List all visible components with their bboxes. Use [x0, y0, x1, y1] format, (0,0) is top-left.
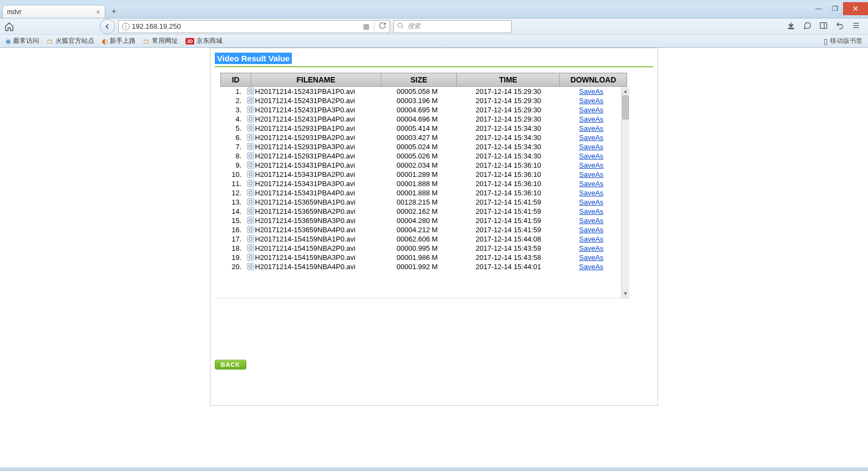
cell-download: SaveAs: [561, 124, 622, 133]
site-info-icon[interactable]: i: [122, 23, 130, 30]
cell-size: 00002.034 M: [379, 161, 456, 170]
cell-filename: H20171214-153431PBA2P0.avi: [246, 170, 379, 179]
save-as-link[interactable]: SaveAs: [579, 106, 604, 114]
save-as-link[interactable]: SaveAs: [579, 217, 604, 225]
tab-title: mdvr: [7, 8, 93, 16]
cell-time: 2017-12-14 15:36:10: [456, 161, 561, 170]
table-row: 7.H20171214-152931PBA3P0.avi00005.024 M2…: [215, 142, 622, 151]
cell-size: 00003.196 M: [379, 96, 456, 105]
cell-size: 00004.212 M: [379, 225, 456, 234]
downloads-icon[interactable]: [787, 21, 795, 32]
cell-time: 2017-12-14 15:41:59: [456, 216, 561, 225]
bookmark-common-sites[interactable]: 🗀 常用网址: [143, 36, 178, 46]
cell-time: 2017-12-14 15:29:30: [456, 105, 561, 114]
cell-download: SaveAs: [561, 151, 622, 161]
cell-size: 00004.280 M: [379, 216, 456, 225]
save-as-link[interactable]: SaveAs: [579, 189, 604, 197]
bookmarks-bar: ◉ 最常访问 🗀 火狐官方站点 ◐ 新手上路 🗀 常用网址 JD 京东商城 ▯ …: [0, 35, 868, 48]
undo-icon[interactable]: [835, 21, 844, 32]
save-as-link[interactable]: SaveAs: [579, 235, 604, 243]
video-file-icon: [247, 115, 254, 123]
scroll-up-icon[interactable]: ▲: [622, 87, 629, 96]
cell-time: 2017-12-14 15:43:58: [456, 253, 561, 262]
save-as-link[interactable]: SaveAs: [579, 143, 604, 151]
table-row: 20.H20171214-154159NBA4P0.avi00001.992 M…: [215, 262, 622, 271]
cell-filename: H20171214-152431PBA1P0.avi: [246, 87, 379, 96]
cell-time: 2017-12-14 15:34:30: [456, 124, 561, 133]
menu-icon[interactable]: [852, 21, 860, 32]
svg-point-0: [398, 23, 403, 27]
cell-time: 2017-12-14 15:41:59: [456, 207, 561, 216]
col-header-size: SIZE: [381, 73, 457, 87]
cell-id: 16.: [215, 225, 246, 234]
table-row: 5.H20171214-152931PBA1P0.avi00005.414 M2…: [215, 124, 622, 133]
cell-filename: H20171214-153431PBA3P0.avi: [246, 179, 379, 188]
cell-size: 00002.162 M: [379, 207, 456, 216]
bookmark-label: 火狐官方站点: [55, 36, 94, 46]
video-file-icon: [247, 253, 254, 261]
cell-download: SaveAs: [561, 244, 622, 253]
save-as-link[interactable]: SaveAs: [579, 161, 604, 169]
save-as-link[interactable]: SaveAs: [579, 226, 604, 234]
url-bar[interactable]: i 192.168.19.250 ▦: [118, 20, 390, 33]
bookmark-jd[interactable]: JD 京东商城: [186, 36, 222, 46]
window-close-button[interactable]: ✕: [843, 2, 868, 15]
home-button[interactable]: [3, 21, 15, 33]
save-as-link[interactable]: SaveAs: [579, 87, 604, 96]
save-as-link[interactable]: SaveAs: [579, 263, 604, 271]
back-button[interactable]: [100, 19, 115, 34]
close-tab-icon[interactable]: ×: [96, 8, 100, 16]
bookmark-firefox-official[interactable]: 🗀 火狐官方站点: [47, 36, 94, 46]
cell-download: SaveAs: [561, 105, 622, 114]
video-file-icon: [247, 143, 254, 150]
table-row: 8.H20171214-152931PBA4P0.avi00005.026 M2…: [215, 151, 622, 161]
cell-download: SaveAs: [561, 216, 622, 225]
save-as-link[interactable]: SaveAs: [579, 133, 604, 142]
qr-icon[interactable]: ▦: [363, 22, 369, 30]
save-as-link[interactable]: SaveAs: [579, 198, 604, 206]
cell-id: 5.: [215, 124, 246, 133]
mobile-bookmarks[interactable]: ▯ 移动版书签: [824, 36, 863, 46]
scroll-thumb[interactable]: [622, 96, 629, 119]
save-as-link[interactable]: SaveAs: [579, 244, 604, 252]
save-as-link[interactable]: SaveAs: [579, 207, 604, 215]
heading-underline: [215, 66, 653, 67]
search-bar[interactable]: 搜索: [393, 20, 512, 33]
scroll-track[interactable]: [622, 96, 629, 289]
save-as-link[interactable]: SaveAs: [579, 115, 604, 123]
cell-size: 00062.606 M: [379, 234, 456, 244]
cell-size: 00005.026 M: [379, 151, 456, 161]
cell-size: 00001.992 M: [379, 262, 456, 271]
save-as-link[interactable]: SaveAs: [579, 180, 604, 188]
refresh-icon[interactable]: [379, 22, 386, 31]
cell-filename: H20171214-153431PBA4P0.avi: [246, 188, 379, 198]
save-as-link[interactable]: SaveAs: [579, 124, 604, 132]
cell-id: 12.: [215, 188, 246, 198]
scroll-down-icon[interactable]: ▼: [622, 289, 629, 298]
browser-tab[interactable]: mdvr ×: [2, 5, 105, 18]
back-button[interactable]: BACK: [215, 360, 246, 370]
cell-id: 13.: [215, 198, 246, 207]
save-as-link[interactable]: SaveAs: [579, 170, 604, 179]
window-maximize-button[interactable]: ❐: [827, 2, 843, 15]
bookmark-getting-started[interactable]: ◐ 新手上路: [102, 36, 136, 46]
chat-icon[interactable]: [803, 21, 812, 32]
save-as-link[interactable]: SaveAs: [579, 97, 604, 105]
window-minimize-button[interactable]: —: [810, 2, 827, 15]
cell-download: SaveAs: [561, 96, 622, 105]
scrollbar[interactable]: ▲ ▼: [621, 87, 629, 298]
table-row: 17.H20171214-154159NBA1P0.avi00062.606 M…: [215, 234, 622, 244]
bookmark-label: 京东商城: [196, 36, 222, 46]
url-divider: [374, 22, 374, 31]
cell-filename: H20171214-154159NBA1P0.avi: [246, 234, 379, 244]
bookmark-most-visited[interactable]: ◉ 最常访问: [5, 36, 39, 46]
new-tab-button[interactable]: +: [107, 6, 120, 17]
cell-download: SaveAs: [561, 114, 622, 124]
video-file-icon: [247, 124, 254, 132]
col-header-time: TIME: [457, 73, 560, 87]
cell-filename: H20171214-152431PBA2P0.avi: [246, 96, 379, 105]
sidebar-icon[interactable]: [819, 21, 828, 32]
save-as-link[interactable]: SaveAs: [579, 152, 604, 160]
save-as-link[interactable]: SaveAs: [579, 253, 604, 262]
table-row: 1.H20171214-152431PBA1P0.avi00005.058 M2…: [215, 87, 622, 96]
